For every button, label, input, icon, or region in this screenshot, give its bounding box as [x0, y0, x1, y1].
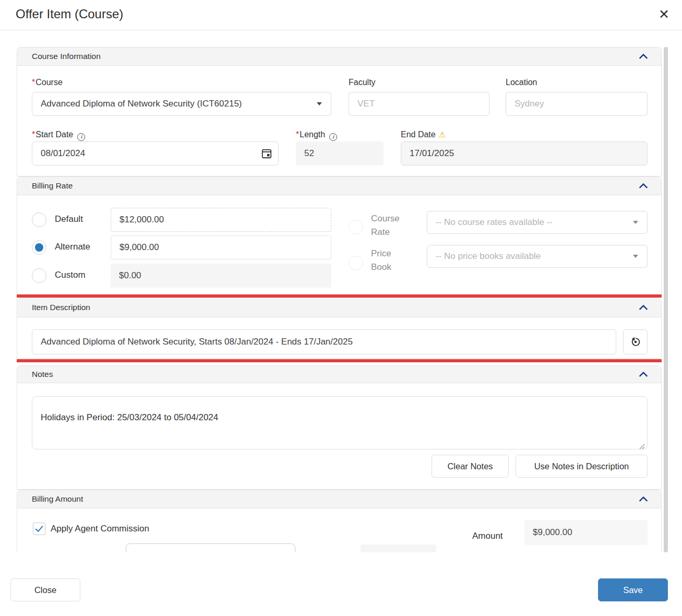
header-divider [0, 30, 682, 30]
length-field[interactable] [296, 141, 384, 165]
warning-icon: ⚠ [439, 130, 446, 139]
notes-textarea[interactable]: Holidays in Period: 25/03/2024 to 05/04/… [32, 396, 648, 449]
radio-course-rate[interactable] [349, 220, 363, 234]
chevron-up-icon[interactable] [639, 304, 648, 313]
calendar-icon[interactable] [261, 148, 272, 159]
course-label: *Course [32, 77, 63, 88]
course-select-value: Advanced Diploma of Network Security (IC… [41, 99, 242, 109]
section-item-description: Item Description [17, 298, 662, 359]
resize-handle-icon[interactable] [639, 442, 645, 452]
checkmark-icon [35, 524, 43, 532]
chevron-up-icon[interactable] [639, 53, 648, 62]
end-date-field[interactable] [401, 141, 648, 165]
price-book-label-line1: Price [371, 248, 391, 259]
close-icon[interactable]: ✕ [659, 5, 669, 23]
partial-field [361, 544, 436, 552]
price-book-select-value: -- No price books available [436, 251, 541, 262]
scrollbar[interactable] [664, 47, 668, 552]
item-description-title: Item Description [32, 303, 90, 312]
billing-rate-title: Billing Rate [32, 181, 73, 191]
reset-description-button[interactable] [623, 329, 648, 354]
faculty-label: Faculty [349, 77, 376, 88]
amount-label: Amount [472, 531, 503, 541]
amount-field[interactable] [524, 520, 648, 545]
info-icon: i [77, 133, 85, 141]
price-book-select[interactable]: -- No price books available [427, 245, 648, 268]
apply-agent-commission-label: Apply Agent Commission [51, 524, 149, 534]
radio-alternate-label: Alternate [55, 242, 90, 252]
course-rate-select-value: -- No course rates available -- [436, 217, 553, 228]
course-rate-label-line1: Course [371, 214, 400, 224]
item-description-field[interactable] [32, 329, 616, 354]
radio-default-label: Default [55, 214, 83, 224]
course-select[interactable]: Advanced Diploma of Network Security (IC… [32, 92, 331, 116]
alternate-rate-field[interactable] [111, 235, 331, 259]
radio-custom-label: Custom [55, 270, 86, 280]
price-book-label-line2: Book [371, 262, 391, 273]
faculty-field[interactable] [349, 92, 489, 116]
start-date-wrapper [32, 141, 279, 165]
billing-amount-title: Billing Amount [32, 494, 83, 504]
item-description-header[interactable]: Item Description [17, 298, 661, 317]
save-button[interactable]: Save [598, 578, 668, 601]
use-notes-in-description-button[interactable]: Use Notes in Description [516, 455, 648, 478]
reset-icon [630, 336, 641, 348]
radio-default[interactable] [32, 212, 46, 227]
offer-item-modal: Offer Item (Course) ✕ Course Information… [0, 0, 682, 616]
custom-rate-field[interactable] [111, 264, 331, 288]
billing-amount-header[interactable]: Billing Amount [17, 490, 661, 508]
location-field[interactable] [506, 92, 648, 116]
radio-alternate[interactable] [32, 240, 46, 255]
chevron-up-icon[interactable] [639, 496, 648, 505]
page-title: Offer Item (Course) [16, 7, 123, 21]
start-date-label: *Start Datei [32, 129, 85, 140]
scrollbar-thumb[interactable] [664, 47, 668, 552]
section-notes: Notes Holidays in Period: 25/03/2024 to … [17, 365, 662, 490]
start-date-field[interactable] [32, 141, 279, 165]
course-information-title: Course Information [32, 52, 101, 61]
caret-down-icon [317, 102, 322, 105]
course-rate-label-line2: Rate [371, 227, 390, 238]
course-information-header[interactable]: Course Information [17, 48, 661, 66]
location-label: Location [506, 77, 537, 88]
required-marker: * [32, 78, 35, 87]
section-billing-amount: Billing Amount Apply Agent Commission Am… [17, 490, 662, 552]
modal-body: Course Information *Course Advanced Dipl… [17, 47, 662, 552]
notes-title: Notes [32, 370, 53, 379]
length-label: *Lengthi [296, 129, 337, 140]
caret-down-icon [633, 255, 638, 258]
chevron-up-icon[interactable] [639, 183, 648, 192]
end-date-label: End Date⚠ [401, 129, 446, 140]
apply-agent-commission-checkbox[interactable] [33, 523, 45, 535]
radio-price-book[interactable] [349, 256, 363, 270]
section-course-information: Course Information *Course Advanced Dipl… [17, 47, 662, 176]
section-billing-rate: Billing Rate Default Alternate Custom Co… [17, 176, 662, 295]
close-button[interactable]: Close [10, 578, 80, 601]
billing-rate-header[interactable]: Billing Rate [17, 177, 661, 195]
partial-input[interactable] [126, 543, 295, 552]
course-rate-select[interactable]: -- No course rates available -- [427, 211, 648, 234]
required-marker: * [32, 130, 35, 139]
required-marker: * [296, 130, 299, 139]
clear-notes-button[interactable]: Clear Notes [432, 455, 509, 478]
notes-header[interactable]: Notes [17, 366, 661, 383]
chevron-up-icon[interactable] [639, 371, 648, 380]
info-icon: i [329, 133, 337, 141]
default-rate-field[interactable] [111, 208, 331, 232]
caret-down-icon [633, 221, 638, 224]
radio-custom[interactable] [32, 268, 46, 283]
